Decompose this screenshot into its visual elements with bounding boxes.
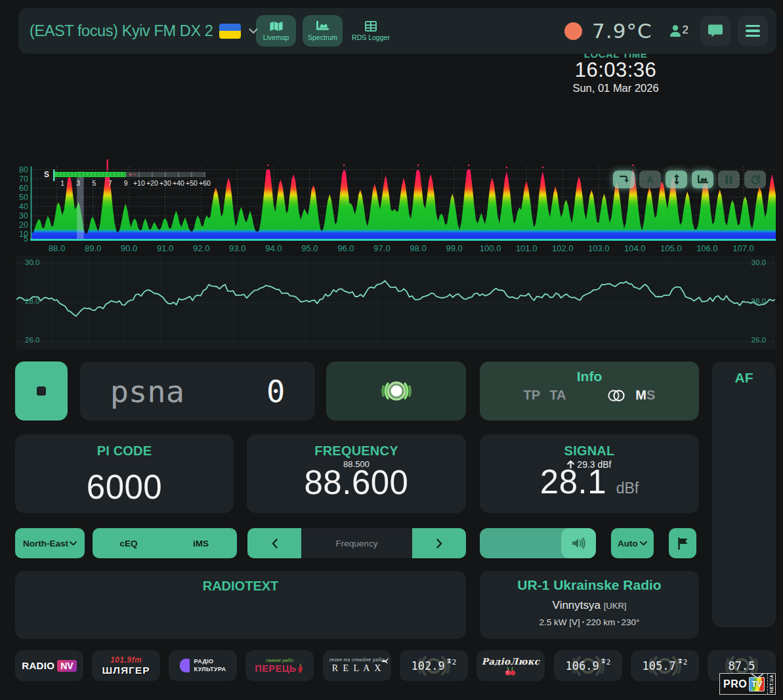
- perec-logo: смачне радіоПЕРЕЦЬ: [255, 658, 304, 674]
- station-logo-radio-nv[interactable]: RADIONV: [15, 650, 83, 681]
- station-logo-106-9[interactable]: 106.9 2: [554, 650, 622, 681]
- pi-code-value: 6000: [15, 468, 234, 506]
- chevron-down-icon: [640, 541, 647, 546]
- tune-up-button[interactable]: [412, 528, 466, 558]
- chevron-left-icon: [272, 539, 278, 548]
- pause-icon: [725, 175, 732, 184]
- local-time-value: 16:03:36: [572, 58, 658, 82]
- svg-text:90.0: 90.0: [121, 243, 137, 253]
- frequency-stepper: Frequency: [247, 528, 466, 558]
- spectrum-refresh-button[interactable]: [744, 171, 766, 188]
- header: (EAST focus) Kyiv FM DX 2 Livemap Spectr…: [18, 8, 776, 54]
- livemap-button[interactable]: Livemap: [256, 15, 296, 47]
- frequency-label: FREQUENCY: [247, 443, 466, 459]
- signal-history-chart: 30.030.028.028.026.026.0: [16, 256, 775, 349]
- flag-icon: [677, 537, 688, 550]
- tune-down-button[interactable]: [247, 528, 301, 558]
- frequency-panel: FREQUENCY 88.500 88.600: [247, 434, 466, 513]
- radio-lux-logo: РадіоЛюкс: [482, 655, 540, 676]
- chat-button[interactable]: [700, 16, 730, 46]
- ms-flag: MS: [635, 388, 655, 403]
- user-icon: [667, 24, 682, 38]
- svg-text:104.0: 104.0: [624, 243, 646, 253]
- info-panel-title: Info: [480, 369, 699, 384]
- audio-stop-button[interactable]: [15, 361, 68, 421]
- station-logo-radio-relax[interactable]: легке та спокійне радіоR E L A X: [323, 650, 391, 681]
- ta-flag: TA: [549, 388, 566, 403]
- signal-axis-label: 30.0: [751, 258, 766, 266]
- spectrum-vertical-zoom-button[interactable]: [666, 171, 687, 188]
- relax-logo: легке та спокійне радіоR E L A X: [329, 658, 385, 674]
- header-right: 7.9°C 2: [564, 8, 768, 54]
- livemap-label: Livemap: [263, 33, 289, 41]
- volume-slider[interactable]: [480, 528, 596, 558]
- svg-text:60: 60: [19, 184, 28, 193]
- spectrum-pause-button[interactable]: [718, 171, 740, 188]
- flag-button[interactable]: [669, 528, 696, 558]
- station-logo-radio-kultura[interactable]: РАДІОКУЛЬТУРА: [169, 650, 237, 681]
- svg-text:80: 80: [19, 165, 28, 175]
- spectrum-graph-style-button[interactable]: [692, 171, 713, 188]
- radio-lux-name: РадіоЛюкс: [482, 656, 540, 667]
- stereo-ms-flags: MS: [605, 388, 655, 403]
- svg-text:98.0: 98.0: [410, 243, 426, 253]
- af-list-title: AF: [712, 370, 776, 386]
- volume-slider-thumb[interactable]: [561, 528, 596, 558]
- logo-frequency: 102.9: [412, 659, 445, 672]
- tuner-selector[interactable]: (EAST focus) Kyiv FM DX 2: [30, 8, 258, 54]
- bird-icon: [381, 657, 390, 665]
- mode-select-value: Auto: [618, 539, 638, 548]
- antenna-select[interactable]: North-East: [15, 528, 85, 558]
- radio-nv-text: RADIO: [22, 660, 54, 671]
- ceq-toggle-label[interactable]: cEQ: [93, 539, 165, 548]
- svg-text:9: 9: [124, 179, 128, 187]
- local-time-block: LOCAL TIME 16:03:36 Sun, 01 Mar 2026: [572, 49, 658, 94]
- eq-ims-toggle[interactable]: cEQ iMS: [93, 528, 237, 558]
- spectrum-scroll-to-signal-button[interactable]: [613, 171, 635, 188]
- station-location: Vinnytsya [UKR]: [480, 599, 699, 612]
- rds-logger-label: RDS Logger: [352, 33, 390, 41]
- perec-tagline: смачне радіо: [255, 658, 304, 663]
- kultura-text: РАДІОКУЛЬТУРА: [194, 658, 226, 673]
- spectrum-button[interactable]: Spectrum: [303, 15, 343, 47]
- pepper-icon: [297, 663, 305, 674]
- svg-text:95.0: 95.0: [301, 243, 318, 253]
- ukraine-flag-icon: [219, 24, 241, 39]
- frequency-value[interactable]: 88.600: [247, 465, 466, 501]
- tp-flag: TP: [524, 388, 541, 403]
- protv-netua-text: NET.UA: [767, 674, 775, 694]
- arrow-turn-down-icon: [619, 175, 629, 184]
- letter-a-icon: A: [646, 175, 653, 185]
- chat-icon: [708, 24, 723, 38]
- antenna-select-value: North-East: [23, 539, 68, 548]
- chevron-down-icon: [70, 541, 77, 546]
- ps-text-dim: psna: [110, 373, 184, 409]
- radiotext-panel: RADIOTEXT: [15, 571, 466, 639]
- tuner-title: (EAST focus) Kyiv FM DX 2: [30, 22, 213, 40]
- svg-text:102.0: 102.0: [552, 243, 574, 253]
- logo-antenna-count: 2: [677, 658, 688, 667]
- mode-select[interactable]: Auto: [611, 528, 654, 558]
- station-logo-perec-fm[interactable]: смачне радіоПЕРЕЦЬ: [245, 650, 314, 681]
- station-name: UR-1 Ukrainske Radio: [480, 577, 699, 593]
- menu-button[interactable]: [738, 16, 768, 46]
- ims-toggle-label[interactable]: iMS: [165, 539, 237, 548]
- rds-logger-button[interactable]: RDS Logger: [349, 15, 392, 47]
- map-icon: [270, 21, 283, 31]
- fm-dx-webserver-page: (EAST focus) Kyiv FM DX 2 Livemap Spectr…: [0, 0, 783, 700]
- station-logo-102-9[interactable]: 102.9 2: [400, 650, 468, 681]
- svg-text:+60: +60: [199, 179, 211, 187]
- station-logo-radio-lux[interactable]: РадіоЛюкс: [476, 650, 545, 681]
- radio-kultura-logo: РАДІОКУЛЬТУРА: [180, 658, 226, 673]
- svg-text:40: 40: [19, 202, 28, 211]
- shlyager-frequency: 101.9fm: [102, 656, 150, 664]
- svg-text:101.0: 101.0: [516, 243, 538, 253]
- frequency-input[interactable]: Frequency: [301, 528, 412, 558]
- svg-text:7: 7: [108, 179, 112, 187]
- info-panel: Info TP TA MS: [480, 361, 699, 421]
- spectrum-autoscale-button[interactable]: A: [639, 171, 661, 188]
- svg-text:+30: +30: [159, 179, 171, 187]
- station-logo-105-7[interactable]: 105.7 2: [631, 650, 699, 681]
- signal-axis-label: 28.0: [751, 297, 766, 305]
- station-logo-shlyager[interactable]: 101.9fmШЛЯГЕР: [92, 650, 160, 681]
